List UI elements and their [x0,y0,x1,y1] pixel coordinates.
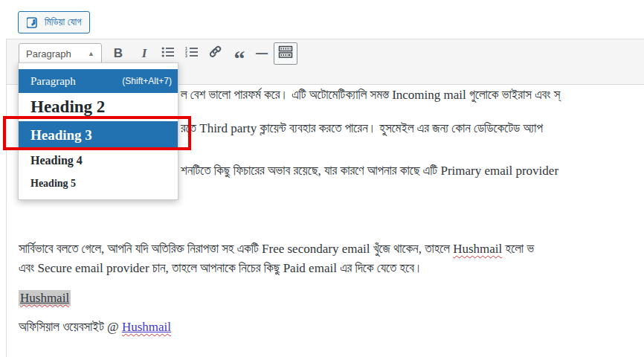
paragraph-text: সার্বিভাবে বলতে গেলে, আপনি যদি অতিরিক্ত … [19,242,453,256]
menu-item-label: Heading 3 [30,127,92,144]
bold-icon: B [114,46,123,61]
menu-item-heading-2[interactable]: Heading 2 [19,93,178,121]
menu-item-label: Heading 2 [30,97,105,117]
paragraph-text: হলো ভ [502,242,534,256]
bulleted-list-button[interactable] [157,43,179,64]
chevron-up-icon: ▲ [88,51,94,57]
menu-item-label: Paragraph [30,75,76,88]
menu-item-heading-3[interactable]: Heading 3 [19,121,178,149]
content-line[interactable]: রতে Third party ক্লায়েন্ট ব্যবহার করতে … [181,120,543,138]
menu-item-heading-5[interactable]: Heading 5 [19,172,178,195]
hushmail-link[interactable]: Hushmail [122,320,171,334]
menu-item-paragraph[interactable]: Paragraph (Shift+Alt+7) [19,69,178,93]
bulleted-list-icon [161,46,175,61]
format-select-value: Paragraph [26,48,71,60]
content-line[interactable]: Hushmail [19,290,71,307]
svg-text:3: 3 [185,54,187,58]
numbered-list-button[interactable]: 123 [181,43,203,64]
blockquote-button[interactable]: “ [228,43,251,64]
bold-button[interactable]: B [107,43,129,64]
horizontal-rule-icon: — [256,47,268,60]
numbered-list-icon: 123 [185,46,199,61]
misspelled-word: Hushmail [453,242,502,256]
media-icon [27,17,39,28]
add-media-button[interactable]: মিডিয়া যোগ [18,11,90,33]
menu-item-label: Heading 4 [30,154,83,167]
selected-text: Hushmail [19,290,71,306]
content-line[interactable]: ল বেশ ভালো পারফর্ম করে। এটি অটোমেটিক্যাল… [181,87,560,104]
link-icon [210,45,223,62]
italic-icon: I [142,46,147,61]
misspelled-word: Hushmail [122,320,171,334]
menu-item-shortcut: (Shift+Alt+7) [122,76,172,86]
horizontal-rule-button[interactable]: — [251,43,273,64]
toolbar-toggle-button[interactable] [274,42,297,65]
content-line[interactable]: এবং Secure email provider চান, তাহলে আপন… [19,260,422,277]
italic-button[interactable]: I [133,43,155,64]
misspelled-word: Hushmail [20,291,69,305]
format-dropdown-menu: Paragraph (Shift+Alt+7) Heading 2 Headin… [18,62,178,200]
insert-link-button[interactable] [205,43,228,64]
content-line[interactable]: শনটিতে কিছু ফিচারের অভাব রয়েছে, যার কার… [181,163,558,180]
content-line[interactable]: অফিসিয়াল ওয়েবসাইট @ Hushmail [19,319,171,336]
keyboard-icon [278,45,293,62]
add-media-label: মিডিয়া যোগ [45,16,81,28]
menu-item-heading-4[interactable]: Heading 4 [19,149,178,172]
format-select[interactable]: Paragraph ▲ [19,43,102,64]
content-line[interactable]: সার্বিভাবে বলতে গেলে, আপনি যদি অতিরিক্ত … [19,241,534,258]
menu-item-label: Heading 5 [30,178,76,190]
paragraph-text: অফিসিয়াল ওয়েবসাইট @ [19,320,122,334]
